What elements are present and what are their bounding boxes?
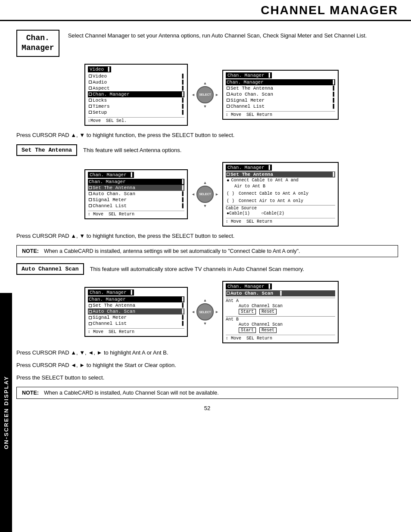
ant-a-label: Ant A [226, 298, 335, 303]
left-tv-screen-2: Chan. Manager ▐ Chan. Manager ▐ Set The … [84, 169, 188, 219]
arrow-connector-2: SELECT ◄ ► [188, 177, 222, 212]
left-tv-screen-3: Chan. Manager ▐ Chan. Manager ▐ Set The … [84, 287, 188, 337]
note-text-1: When a CableCARD is installed, antenna s… [44, 248, 300, 254]
menu-item-setup: Setup ▐ [88, 109, 184, 115]
left-menu-title-2: Chan. Manager ▐ [88, 172, 134, 178]
left-item-auto-scan-3: Auto Chan. Scan ▐ [88, 308, 184, 314]
note-text-2: When a CableCARD is installed, Auto Chan… [44, 390, 219, 396]
sidebar-text: ON-SCREEN DISPLAY [3, 376, 9, 449]
set-antenna-row: Set The Antenna This feature will select… [16, 144, 398, 156]
ant-b-reset[interactable]: Reset [259, 327, 277, 333]
menu-item-audio: Audio ▐ [88, 79, 184, 85]
right-footer-3: ↕ Move SEL Return [226, 335, 335, 341]
ant-a-start[interactable]: Start [239, 309, 256, 314]
right-footer-1: ↕ Move SEL Return [226, 111, 335, 117]
auto-scan-screens: Chan. Manager ▐ Chan. Manager ▐ Set The … [25, 281, 398, 343]
ant-b-buttons: Start Reset [226, 327, 335, 333]
right-tv-screen-3: Chan. Manager ▐ Auto Chan. Scan ▐ Ant A … [222, 281, 339, 343]
right-menu-item-set-ant: Set The Antenna ▐ [226, 85, 335, 91]
left-item-chan-mgr-3: Chan. Manager ▐ [88, 296, 184, 302]
set-antenna-desc: This feature will select Antenna options… [83, 147, 181, 153]
auto-scan-label: Auto Channel Scan [16, 263, 84, 275]
left-footer-3: ↕ Move SEL Return [88, 328, 184, 334]
cable-options: ●Cable(1) ○Cable(2) [226, 211, 335, 216]
ant-a-reset[interactable]: Reset [259, 309, 277, 314]
opt-air-ant-a-only: ( ) Connect Air to Ant A only [226, 198, 335, 204]
note-label-1: NOTE: [22, 248, 39, 254]
left-item-signal-2: Signal Meter ▐ [88, 197, 184, 203]
select-button-2: SELECT ◄ ► [196, 186, 214, 203]
right-item-set-ant: Set The Antenna ▐ [226, 171, 335, 177]
right-menu-title-3: Chan. Manager ▐ [226, 283, 272, 289]
menu-item-chan-manager: Chan. Manager ▐ [88, 91, 184, 97]
right-menu-title-2: Chan. Manager ▐ [226, 165, 272, 171]
ant-a-buttons: Start Reset [226, 309, 335, 314]
right-arrow-2: ► [215, 192, 219, 196]
right-footer-2: ↕ Move SEL Return [226, 218, 335, 224]
right-menu-item-signal: Signal Meter ▐ [226, 97, 335, 103]
left-item-auto-scan-2: Auto Chan. Scan ▐ [88, 191, 184, 197]
select-button-3: SELECT ◄ ► [196, 303, 214, 320]
arrow-connector-1: SELECT ◄ ► [188, 78, 222, 112]
set-antenna-note: NOTE: When a CableCARD is installed, ant… [16, 245, 398, 257]
auto-scan-instruction-3: Press the SELECT button to select. [16, 374, 398, 381]
right-item-auto-chan: Auto Chan. Scan ▐ [226, 290, 335, 296]
menu-item-video: Video ▐ [88, 73, 184, 79]
chan-manager-label: Chan.Manager [16, 30, 59, 57]
auto-scan-instructions: Press CURSOR PAD ▲, ▼, ◄, ► to highlight… [16, 349, 398, 381]
left-menu-title-3: Chan. Manager ▐ [88, 289, 134, 296]
right-menu-title-1: Chan. Manager ▐ [226, 72, 272, 78]
note-label-2: NOTE: [22, 390, 39, 396]
auto-scan-desc: This feature will automatically store ac… [90, 266, 304, 272]
left-menu-title-1: Video ▐ [88, 66, 111, 72]
right-menu-item-chan-mgr: Chan. Manager ▐ [226, 79, 335, 85]
auto-scan-note: NOTE: When a CableCARD is installed, Aut… [16, 387, 398, 399]
auto-scan-instruction-1: Press CURSOR PAD ▲, ▼, ◄, ► to highlight… [16, 349, 398, 356]
auto-scan-instruction-2: Press CURSOR PAD ◄, ► to highlight the S… [16, 362, 398, 368]
menu-item-locks: Locks ▐ [88, 97, 184, 103]
left-arrow-1: ◄ [191, 93, 195, 97]
right-tv-screen-2: Chan. Manager ▐ Set The Antenna ▐ ● Conn… [222, 162, 339, 227]
left-item-chan-mgr-2: Chan. Manager ▐ [88, 179, 184, 185]
right-tv-screen-1: Chan. Manager ▐ Chan. Manager ▐ Set The … [222, 70, 339, 120]
left-arrow-3: ◄ [191, 310, 195, 314]
select-button-1: SELECT ◄ ► [196, 86, 214, 103]
ant-b-scan-label: Auto Channel Scan [226, 322, 335, 327]
menu-item-aspect: Aspect ▐ [88, 85, 184, 91]
left-footer-1: ↕Move SEL Sel. [88, 117, 184, 123]
chan-manager-screens: Video ▐ Video ▐ Audio ▐ Aspect ▐ Chan. M… [25, 64, 398, 126]
cursor-instruction-1: Press CURSOR PAD ▲, ▼ to highlight funct… [16, 132, 398, 138]
cursor-instruction-2: Press CURSOR PAD ▲, ▼ to highlight funct… [16, 233, 398, 239]
page-number: 52 [16, 405, 398, 411]
auto-scan-row: Auto Channel Scan This feature will auto… [16, 263, 398, 275]
ant-a-scan-label: Auto Channel Scan [226, 304, 335, 308]
page-title-bar: CHANNEL MANAGER [0, 0, 411, 21]
sidebar-label: ON-SCREEN DISPLAY [0, 293, 12, 532]
main-content: Chan.Manager Select Channel Manager to s… [0, 21, 411, 420]
left-item-chan-list-2: Channel List ▐ [88, 203, 184, 209]
left-item-set-ant: Set The Antenna ▐ [88, 185, 184, 191]
chan-manager-intro: Chan.Manager Select Channel Manager to s… [16, 30, 398, 57]
left-footer-2: ↕ Move SEL Return [88, 211, 184, 217]
chan-manager-description: Select Channel Manager to set your Anten… [68, 30, 367, 40]
left-item-set-ant-3: Set The Antenna ▐ [88, 302, 184, 308]
opt-cable-ant-a-b-2: Air to Ant B [226, 184, 335, 189]
left-tv-screen-1: Video ▐ Video ▐ Audio ▐ Aspect ▐ Chan. M… [84, 64, 188, 126]
ant-b-label: Ant B [226, 316, 335, 322]
ant-b-start[interactable]: Start [239, 327, 256, 333]
opt-cable-ant-a-only: ( ) Connect Cable to Ant A only [226, 191, 335, 196]
opt-cable-ant-a-b: ● Connect Cable to Ant A and [226, 177, 335, 184]
right-menu-item-chan-list: Channel List ▐ [226, 103, 335, 109]
left-item-chan-list-3: Channel List ▐ [88, 320, 184, 327]
menu-item-timers: Timers ▐ [88, 103, 184, 109]
left-arrow-2: ◄ [191, 192, 195, 196]
right-arrow-1: ► [215, 93, 219, 97]
set-antenna-label: Set The Antenna [16, 144, 77, 156]
arrow-connector-3: SELECT ◄ ► [188, 295, 222, 329]
right-arrow-3: ► [215, 310, 219, 314]
right-menu-item-auto-scan: Auto Chan. Scan ▐ [226, 91, 335, 97]
cable-source-label: Cable Source [226, 205, 335, 211]
set-antenna-screens: Chan. Manager ▐ Chan. Manager ▐ Set The … [25, 162, 398, 227]
page-title: CHANNEL MANAGER [0, 3, 398, 17]
left-item-signal-3: Signal Meter ▐ [88, 314, 184, 320]
